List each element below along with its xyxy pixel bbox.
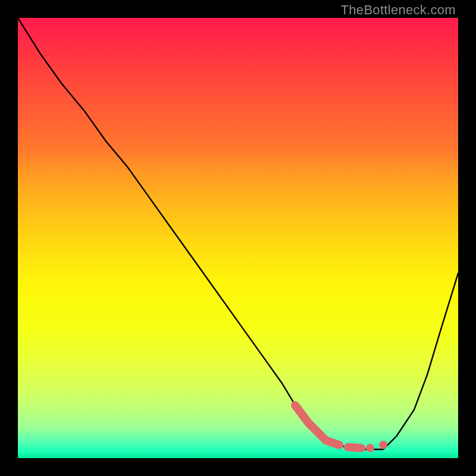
watermark-text: TheBottleneck.com bbox=[341, 2, 456, 18]
heat-gradient-background bbox=[18, 18, 458, 458]
chart-frame bbox=[18, 18, 458, 458]
